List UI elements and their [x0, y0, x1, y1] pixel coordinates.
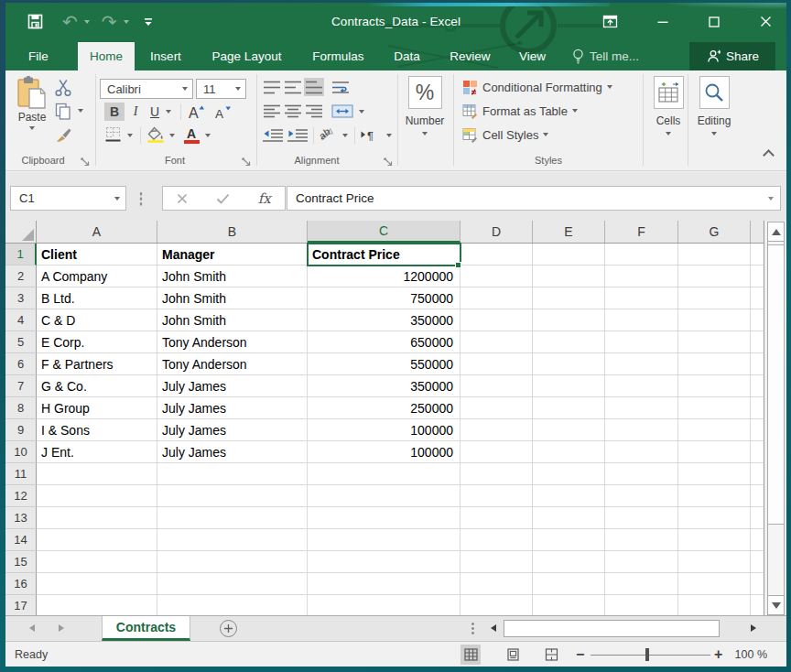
hscroll-left-button[interactable] [491, 624, 496, 632]
cell-C16[interactable] [308, 573, 461, 595]
align-bottom-icon[interactable] [305, 81, 323, 94]
cell-E4[interactable] [533, 309, 605, 331]
cell-A16[interactable] [37, 573, 157, 595]
font-name-combo[interactable]: Calibri [100, 79, 193, 99]
align-right-icon[interactable] [305, 104, 323, 118]
align-right-button[interactable] [304, 103, 324, 119]
cell-A12[interactable] [37, 485, 157, 507]
font-color-button[interactable]: A [181, 126, 201, 145]
cell-E3[interactable] [533, 287, 605, 309]
cell-A10[interactable]: J Ent. [37, 441, 157, 463]
horizontal-scrollbar-thumb[interactable] [504, 620, 720, 637]
cell-partial[interactable] [751, 529, 764, 551]
bold-button[interactable]: B [104, 103, 125, 121]
normal-view-icon[interactable] [464, 648, 478, 661]
ribbon-tab-page-layout[interactable]: Page Layout [196, 42, 298, 70]
cell-F5[interactable] [605, 331, 678, 353]
cell-F10[interactable] [605, 441, 678, 463]
decrease-indent-button[interactable] [261, 126, 285, 143]
cell-E16[interactable] [533, 573, 605, 595]
sheet-nav-prev-button[interactable] [29, 624, 35, 632]
font-color-dropdown-icon[interactable] [202, 127, 213, 144]
zoom-in-button[interactable]: + [714, 642, 722, 667]
cell-partial[interactable] [751, 287, 764, 309]
zoom-slider-thumb[interactable] [645, 648, 649, 661]
cell-G4[interactable] [678, 309, 751, 331]
cell-C11[interactable] [308, 463, 461, 485]
scroll-down-button[interactable] [768, 595, 784, 614]
cell-A14[interactable] [37, 529, 157, 551]
borders-dropdown-icon[interactable] [125, 127, 135, 144]
cell-C13[interactable] [308, 507, 461, 529]
decrease-indent-icon[interactable] [262, 128, 284, 142]
cell-partial[interactable] [751, 375, 764, 397]
cut-icon[interactable] [54, 79, 72, 96]
cell-F3[interactable] [605, 287, 678, 309]
font-color-icon[interactable]: A [184, 128, 200, 144]
cell-D5[interactable] [461, 331, 533, 353]
underline-dropdown-icon[interactable] [163, 103, 174, 120]
cell-B8[interactable]: July James [157, 397, 308, 419]
dialog-launcher-icon[interactable] [384, 157, 393, 167]
format-painter-icon[interactable] [55, 126, 72, 143]
format-as-table-button[interactable]: Format as Table [462, 103, 578, 119]
fill-color-button[interactable] [146, 126, 166, 143]
cell-D1[interactable] [461, 244, 533, 266]
cell-A3[interactable]: B Ltd. [37, 287, 157, 309]
wrap-text-icon[interactable] [331, 81, 352, 94]
name-box-dropdown-icon[interactable] [109, 197, 125, 201]
paste-button[interactable]: Paste [12, 76, 52, 130]
cell-G8[interactable] [678, 397, 751, 419]
cell-C8[interactable]: 250000 [308, 397, 461, 419]
cell-C17[interactable] [308, 595, 461, 615]
close-button[interactable] [744, 3, 786, 40]
cell-partial[interactable] [751, 397, 764, 419]
cell-G13[interactable] [678, 507, 751, 529]
cell-B17[interactable] [157, 595, 308, 615]
number-format-button[interactable]: %Number [402, 76, 448, 135]
cell-C3[interactable]: 750000 [308, 287, 461, 309]
zoom-out-button[interactable]: − [576, 642, 584, 667]
cell-partial[interactable] [751, 485, 764, 507]
cell-E12[interactable] [533, 485, 605, 507]
cell-B3[interactable]: John Smith [157, 287, 308, 309]
cell-F4[interactable] [605, 309, 678, 331]
cell-B15[interactable] [157, 551, 308, 573]
column-header-b[interactable]: B [157, 221, 308, 243]
zoom-slider-track[interactable] [591, 655, 710, 656]
align-left-button[interactable] [262, 103, 282, 119]
align-middle-icon[interactable] [284, 81, 302, 94]
ribbon-tab-insert[interactable]: Insert [135, 42, 196, 70]
column-header-c[interactable]: C [308, 221, 461, 243]
formula-bar-expand-icon[interactable] [762, 197, 780, 201]
column-header-a[interactable]: A [37, 221, 157, 243]
italic-button[interactable]: I [127, 103, 144, 121]
cell-D4[interactable] [461, 309, 533, 331]
row-header-5[interactable]: 5 [5, 331, 37, 353]
column-header-d[interactable]: D [461, 221, 533, 243]
cell-E2[interactable] [533, 266, 605, 287]
cancel-button[interactable] [177, 193, 188, 204]
row-header-11[interactable]: 11 [5, 463, 37, 485]
zoom-level[interactable]: 100 % [735, 642, 767, 667]
row-header-9[interactable]: 9 [5, 419, 37, 441]
row-header-14[interactable]: 14 [5, 529, 37, 551]
cell-E13[interactable] [533, 507, 605, 529]
cell-partial[interactable] [751, 266, 764, 287]
cell-C7[interactable]: 350000 [308, 375, 461, 397]
cell-A17[interactable] [37, 595, 157, 615]
top-align-button[interactable] [262, 79, 282, 95]
cell-G2[interactable] [678, 266, 751, 287]
tell-me-box[interactable]: Tell me... [572, 42, 639, 70]
cell-partial[interactable] [751, 331, 764, 353]
enter-icon[interactable] [216, 193, 230, 204]
text-direction-dropdown-icon[interactable] [384, 127, 395, 144]
editing-dropdown-icon[interactable] [711, 132, 717, 135]
middle-align-button[interactable] [283, 79, 303, 95]
cell-D17[interactable] [461, 595, 533, 615]
row-header-1[interactable]: 1 [5, 244, 37, 266]
grow-font-icon[interactable]: A [187, 103, 207, 120]
ribbon-tab-home[interactable]: Home [78, 42, 135, 70]
cell-B12[interactable] [157, 485, 308, 507]
cell-B5[interactable]: Tony Anderson [157, 331, 308, 353]
